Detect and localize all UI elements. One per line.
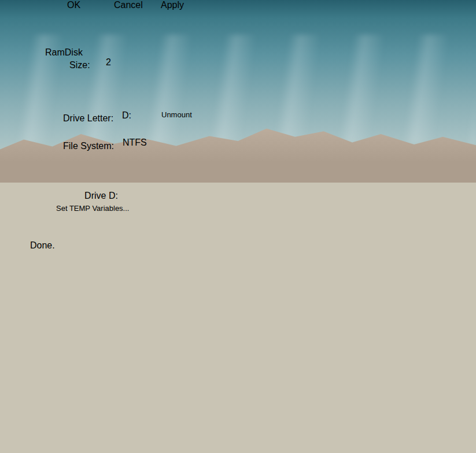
volume-label-input[interactable]: RamDisk	[40, 47, 210, 62]
drive-caption: Drive D:	[67, 191, 136, 201]
file-system-select[interactable]: NTFS	[123, 138, 166, 152]
status-text: Done.	[30, 240, 55, 251]
ok-button[interactable]: OK	[67, 0, 108, 12]
cancel-button[interactable]: Cancel	[114, 0, 154, 12]
unmount-button[interactable]: Unmount	[161, 110, 210, 125]
drive-letter-select[interactable]: D:	[122, 110, 155, 125]
apply-button[interactable]: Apply	[161, 0, 201, 12]
file-system-label: File System:	[63, 141, 114, 151]
set-temp-variables-button[interactable]: Set TEMP Variables...	[56, 204, 164, 217]
drive-letter-label: Drive Letter:	[63, 113, 113, 124]
